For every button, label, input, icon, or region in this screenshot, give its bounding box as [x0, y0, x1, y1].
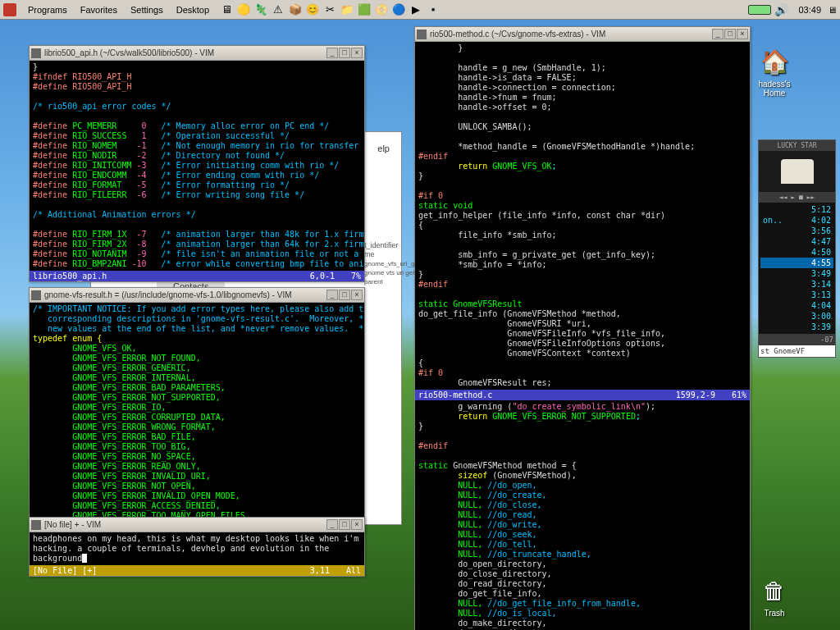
- titlebar[interactable]: [No file] + - VIM _ □ ×: [30, 518, 364, 532]
- status-pos: 6,0-1: [310, 271, 335, 281]
- app-icon[interactable]: ✂: [322, 2, 337, 17]
- vim-window-gnomevfs[interactable]: gnome-vfs-result.h = (/usr/include/gnome…: [29, 287, 365, 534]
- maximize-button[interactable]: □: [339, 290, 350, 300]
- player-text: st GnomeVF: [759, 345, 835, 357]
- music-player[interactable]: LUCKY STAR ◄◄ ► ■ ►► 5:12on..4:023:564:4…: [758, 139, 836, 358]
- home-label: hadess's Home: [750, 80, 799, 98]
- player-footer: -07: [759, 334, 835, 345]
- close-button[interactable]: ×: [351, 48, 363, 58]
- menu-desktop[interactable]: Desktop: [170, 3, 216, 16]
- top-menubar: Programs Favorites Settings Desktop 🖥 🟡 …: [0, 0, 840, 20]
- maximize-button[interactable]: □: [339, 48, 350, 58]
- bg-fragment: t_identifier me gnome_vfs_uri_get_most_p…: [361, 238, 418, 295]
- clock: 03:49: [798, 5, 821, 15]
- launcher-icons: 🖥 🟡 🦎 ⚠ 📦 😊 ✂ 📁 🟩 📀 🔵 ▶ ▪: [219, 2, 441, 17]
- menu-programs[interactable]: Programs: [21, 3, 74, 16]
- vim-editor-body[interactable]: /* IMPORTANT NOTICE: If you add error ty…: [30, 303, 364, 523]
- app-icon[interactable]: 📁: [340, 2, 354, 17]
- player-buttons[interactable]: ◄◄ ► ■ ►►: [759, 192, 835, 203]
- window-icon: [31, 520, 41, 530]
- bg-text: elp: [374, 140, 393, 157]
- vim-window-scratch[interactable]: [No file] + - VIM _ □ × headphones on my…: [29, 517, 365, 577]
- status-filename: [No File] [+]: [33, 565, 310, 576]
- vim-status-bar: [No File] [+] 3,11 All: [30, 565, 364, 576]
- trash-icon: 🗑: [758, 574, 791, 607]
- close-button[interactable]: ×: [351, 519, 363, 530]
- foot-menu-icon[interactable]: [3, 3, 16, 16]
- vim-editor-body[interactable]: g_warning ("do_create_symbolic_link\n");…: [415, 400, 750, 630]
- minimize-button[interactable]: _: [712, 29, 724, 39]
- minimize-button[interactable]: _: [326, 290, 338, 300]
- playlist[interactable]: 5:12on..4:023:564:474:504:553:493:143:13…: [759, 203, 835, 334]
- status-pct: 61%: [732, 390, 746, 400]
- window-title: [No file] + - VIM: [44, 520, 326, 529]
- bg-text: gnome vfs uri get parent: [364, 268, 415, 286]
- app-icon[interactable]: ▪: [426, 2, 441, 17]
- maximize-button[interactable]: □: [724, 29, 736, 39]
- vim-status-bar: librio500_api.h 6,0-1 7%: [30, 271, 364, 281]
- app-icon[interactable]: ⚠: [271, 2, 285, 17]
- vim-window-rio500method[interactable]: rio500-method.c (~/Cvs/gnome-vfs-extras)…: [414, 26, 751, 630]
- window-icon: [417, 30, 427, 39]
- tray-icon[interactable]: 🖥: [828, 5, 837, 15]
- status-pos: 3,11: [310, 565, 330, 576]
- minimize-button[interactable]: _: [326, 48, 338, 58]
- vim-editor-body[interactable]: } #ifndef RIO500_API_H #define RIO500_AP…: [30, 61, 364, 271]
- window-title: gnome-vfs-result.h = (/usr/include/gnome…: [44, 290, 326, 299]
- app-icon[interactable]: 🟩: [357, 2, 372, 17]
- titlebar[interactable]: gnome-vfs-result.h = (/usr/include/gnome…: [30, 288, 364, 303]
- window-icon: [31, 48, 41, 58]
- titlebar[interactable]: rio500-method.c (~/Cvs/gnome-vfs-extras)…: [415, 27, 750, 42]
- status-pct: 7%: [351, 271, 361, 281]
- maximize-button[interactable]: □: [339, 519, 350, 530]
- app-icon[interactable]: 😊: [305, 2, 320, 17]
- close-button[interactable]: ×: [351, 290, 363, 300]
- trash-label: Trash: [750, 609, 799, 618]
- status-filename: rio500-method.c: [418, 390, 676, 400]
- close-button[interactable]: ×: [737, 29, 748, 39]
- titlebar[interactable]: librio500_api.h (~/Cvs/walk500/librio500…: [30, 46, 364, 61]
- status-pct: All: [346, 565, 361, 576]
- bg-text: gnome_vfs_uri_get_most_part: [364, 259, 415, 268]
- player-vu: [759, 151, 835, 192]
- app-icon[interactable]: 📦: [288, 2, 303, 17]
- house-icon: 🏠: [758, 45, 791, 78]
- vim-editor-body[interactable]: } handle = g_new (SmbHandle, 1); handle-…: [415, 42, 750, 390]
- bg-text: me: [364, 250, 415, 259]
- menu-favorites[interactable]: Favorites: [74, 3, 124, 16]
- minimize-button[interactable]: _: [326, 519, 338, 530]
- vim-window-librio[interactable]: librio500_api.h (~/Cvs/walk500/librio500…: [29, 45, 365, 282]
- app-icon[interactable]: 🟡: [236, 2, 251, 17]
- battery-indicator: [748, 5, 771, 15]
- vim-editor-body[interactable]: headphones on my head, this is what my d…: [30, 532, 364, 565]
- window-title: librio500_api.h (~/Cvs/walk500/librio500…: [44, 48, 326, 57]
- player-header: LUCKY STAR: [759, 140, 835, 151]
- app-icon[interactable]: 🦎: [253, 2, 268, 17]
- status-pos: 1599,2-9: [676, 390, 715, 400]
- volume-icon[interactable]: 🔊: [774, 3, 788, 16]
- status-filename: librio500_api.h: [33, 271, 310, 281]
- trash-desktop-icon[interactable]: 🗑 Trash: [750, 574, 799, 618]
- vim-status-bar-split: rio500-method.c 1599,2-9 61%: [415, 390, 750, 400]
- app-icon[interactable]: 🔵: [391, 2, 406, 17]
- window-title: rio500-method.c (~/Cvs/gnome-vfs-extras)…: [430, 30, 712, 39]
- window-icon: [31, 290, 41, 300]
- bg-text: t_identifier: [364, 241, 415, 250]
- app-icon[interactable]: ▶: [409, 2, 423, 17]
- app-icon[interactable]: 🖥: [219, 2, 234, 17]
- app-icon[interactable]: 📀: [374, 2, 389, 17]
- menu-settings[interactable]: Settings: [124, 3, 170, 16]
- home-desktop-icon[interactable]: 🏠 hadess's Home: [750, 45, 799, 98]
